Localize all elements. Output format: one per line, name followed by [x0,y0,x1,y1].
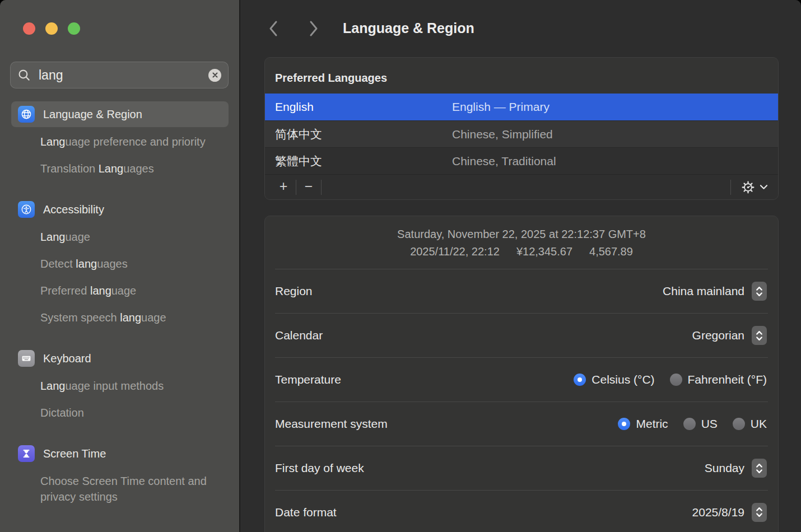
accessibility-icon [18,201,35,218]
first-day-popup-button[interactable] [752,459,767,478]
language-row-simplified-chinese[interactable]: 简体中文 Chinese, Simplified [265,120,778,147]
main-panel: Language & Region Preferred Languages En… [240,0,801,532]
measurement-radio-group: Metric US UK [603,417,767,431]
setting-row-temperature: Temperature Celsius (°C) Fahrenheit (°F) [275,357,768,402]
date-format-popup-button[interactable] [752,503,767,522]
sidebar-item-screen-time[interactable]: Screen Time [11,441,229,466]
language-list-toolbar: + − [265,174,778,199]
up-down-chevrons-icon [755,506,763,518]
system-settings-window: Language & Region Language preference an… [0,0,801,532]
setting-row-measurement-system: Measurement system Metric US UK [275,402,768,446]
remove-language-button[interactable]: − [299,179,318,195]
radio-celsius[interactable]: Celsius (°C) [574,373,654,386]
format-preview: Saturday, November 22, 2025 at 22:12:37 … [265,216,778,269]
sidebar-item-language-input-methods[interactable]: Language input methods [40,378,229,394]
keyboard-icon [18,350,35,367]
calendar-popup-button[interactable] [752,326,767,345]
format-preview-short-date: 2025/11/22, 22:12 [410,245,500,258]
region-value: China mainland [663,284,744,298]
sidebar-item-label: Accessibility [43,203,104,216]
content-header: Language & Region [240,0,801,57]
search-results-list: Language & Region Language preference an… [11,101,229,505]
radio-unselected-icon [733,418,745,430]
radio-unselected-icon [683,418,696,430]
search-icon [17,68,31,82]
language-row-traditional-chinese[interactable]: 繁體中文 Chinese, Traditional [265,147,778,174]
gear-icon [742,181,755,194]
sidebar-item-system-speech-language[interactable]: System speech language [40,310,229,325]
sidebar-item-detect-languages[interactable]: Detect languages [40,256,229,272]
close-icon [212,72,218,78]
calendar-value: Gregorian [692,329,744,342]
sidebar-item-label: Keyboard [43,352,91,365]
radio-us[interactable]: US [683,417,718,431]
search-field [10,62,229,88]
sidebar-item-language-preference-and-priority[interactable]: Language preference and priority [40,134,229,150]
up-down-chevrons-icon [755,463,763,474]
language-options-button[interactable] [741,181,769,194]
format-preview-line2: 2025/11/22, 22:12¥12,345.674,567.89 [265,243,778,260]
date-format-value: 2025/8/19 [692,506,744,519]
measurement-label: Measurement system [275,417,603,431]
language-name: English [265,100,452,114]
radio-metric[interactable]: Metric [618,417,668,431]
region-settings-card: Saturday, November 22, 2025 at 22:12:37 … [264,216,779,532]
sidebar-item-label: Language & Region [43,108,142,121]
page-title: Language & Region [343,20,474,36]
setting-row-first-day-of-week: First day of week Sunday [275,446,768,490]
language-detail: Chinese, Simplified [452,128,553,141]
first-day-label: First day of week [275,461,705,475]
sidebar-item-language[interactable]: Language [40,229,229,245]
globe-icon [18,106,35,123]
sidebar-item-accessibility[interactable]: Accessibility [11,197,229,222]
radio-uk[interactable]: UK [733,417,767,431]
result-group-screen-time: Screen Time Choose Screen Time content a… [11,441,229,505]
radio-selected-icon [574,374,586,386]
radio-fahrenheit[interactable]: Fahrenheit (°F) [670,373,767,386]
language-name: 繁體中文 [265,153,452,169]
language-detail: Chinese, Traditional [452,155,556,168]
sidebar: Language & Region Language preference an… [0,0,240,532]
first-day-value: Sunday [705,461,744,475]
add-language-button[interactable]: + [274,179,293,195]
result-group-language-region: Language & Region Language preference an… [11,101,229,176]
zoom-button[interactable] [68,22,80,35]
radio-unselected-icon [670,374,682,386]
sidebar-item-language-region[interactable]: Language & Region [11,101,229,127]
forward-button[interactable] [305,17,323,40]
clear-search-button[interactable] [208,69,221,82]
calendar-label: Calendar [275,329,692,342]
chevron-down-icon [760,184,768,190]
setting-row-calendar: Calendar Gregorian [275,313,768,357]
preferred-languages-card: Preferred Languages English English — Pr… [264,57,779,200]
language-name: 简体中文 [265,127,452,142]
settings-list: Region China mainland Calendar Gregorian… [275,269,768,532]
sidebar-item-translation-languages[interactable]: Translation Languages [40,161,229,176]
back-button[interactable] [264,17,282,40]
window-controls [0,0,239,35]
toolbar-separator [321,180,322,195]
sidebar-item-keyboard[interactable]: Keyboard [11,346,229,371]
date-format-label: Date format [275,506,692,519]
preferred-languages-title: Preferred Languages [265,58,778,94]
region-label: Region [275,284,663,298]
language-row-english[interactable]: English English — Primary [265,94,778,120]
sidebar-item-choose-screen-time-content[interactable]: Choose Screen Time content and privacy s… [40,473,229,505]
sidebar-item-preferred-language[interactable]: Preferred language [40,283,229,298]
toolbar-separator [730,180,731,195]
sidebar-item-label: Screen Time [43,447,106,460]
chevron-left-icon [268,20,278,37]
result-group-accessibility: Accessibility Language Detect languages … [11,197,229,325]
close-button[interactable] [23,22,35,35]
search-input[interactable] [38,67,208,83]
sidebar-item-dictation[interactable]: Dictation [40,405,229,421]
chevron-right-icon [309,20,319,37]
minimize-button[interactable] [45,22,58,35]
radio-selected-icon [618,418,630,430]
format-preview-currency: ¥12,345.67 [516,245,572,258]
format-preview-full-date: Saturday, November 22, 2025 at 22:12:37 … [265,226,778,243]
region-popup-button[interactable] [752,282,767,301]
setting-row-date-format: Date format 2025/8/19 [275,490,768,532]
up-down-chevrons-icon [755,286,763,297]
toolbar-separator [296,180,296,195]
